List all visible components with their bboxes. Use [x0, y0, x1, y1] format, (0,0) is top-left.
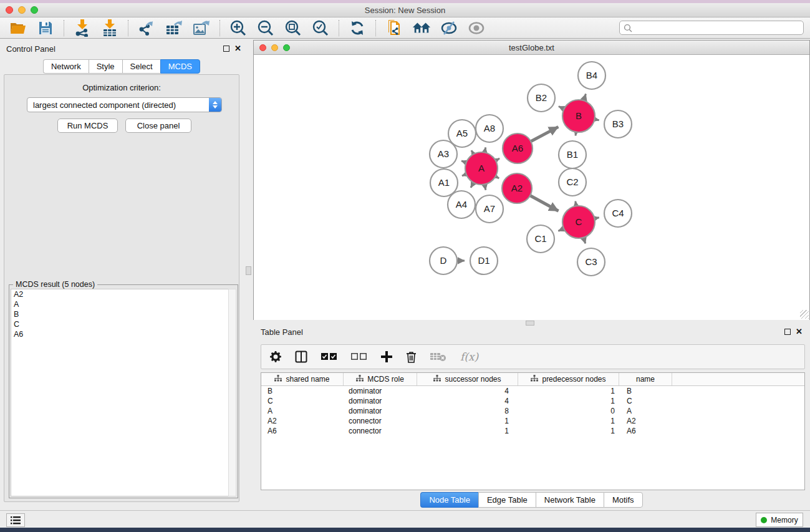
table-tab-edge-table[interactable]: Edge Table — [478, 492, 536, 508]
control-panel-close-icon[interactable]: ✕ — [234, 44, 241, 53]
table-cell[interactable]: B — [261, 387, 344, 395]
table-cell[interactable]: connector — [344, 427, 417, 435]
refresh-icon[interactable] — [348, 19, 367, 37]
delete-column-icon[interactable] — [406, 351, 417, 363]
control-tab-network[interactable]: Network — [43, 59, 89, 74]
table-cell[interactable]: 1 — [518, 417, 619, 425]
table-cell[interactable]: 4 — [417, 397, 518, 405]
table-cell[interactable]: A6 — [619, 427, 672, 435]
node-table[interactable]: shared nameMCDS rolesuccessor nodesprede… — [261, 372, 805, 490]
control-tab-mcds[interactable]: MCDS — [160, 59, 200, 74]
table-cell[interactable]: C — [619, 397, 672, 405]
network-canvas[interactable]: ABCA6A2A1A3A4A5A7A8B1B2B3B4C1C2C3C4DD1 — [254, 56, 809, 320]
node-D[interactable]: D — [430, 247, 457, 274]
export-table-icon[interactable] — [165, 19, 183, 37]
node-B4[interactable]: B4 — [578, 62, 605, 89]
run-mcds-button[interactable]: Run MCDS — [57, 118, 118, 133]
mcds-result-item[interactable]: A6 — [11, 329, 228, 339]
mcds-result-item[interactable]: B — [11, 309, 228, 319]
table-cell[interactable]: A2 — [261, 417, 344, 425]
table-cell[interactable]: dominator — [344, 407, 417, 415]
table-cell[interactable]: A2 — [619, 417, 672, 425]
table-cell[interactable]: dominator — [344, 397, 417, 405]
mcds-result-item[interactable]: C — [11, 319, 228, 329]
table-cell[interactable]: 1 — [518, 427, 619, 435]
table-cell[interactable]: 1 — [518, 397, 619, 405]
close-panel-button[interactable]: Close panel — [125, 118, 191, 133]
open-session-icon[interactable] — [9, 19, 27, 37]
column-header-MCDS-role[interactable]: MCDS role — [344, 373, 417, 385]
node-A7[interactable]: A7 — [476, 195, 503, 223]
table-cell[interactable]: dominator — [344, 387, 417, 395]
control-panel-float-icon[interactable] — [223, 46, 229, 52]
table-cell[interactable]: 4 — [417, 387, 518, 395]
mcds-result-item[interactable]: A2 — [11, 289, 228, 299]
table-cell[interactable]: 1 — [518, 387, 619, 395]
mcds-result-item[interactable]: A — [11, 299, 228, 309]
export-network-icon[interactable] — [137, 19, 156, 37]
table-settings-gear-icon[interactable] — [270, 351, 281, 362]
node-C2[interactable]: C2 — [559, 168, 586, 196]
mcds-result-scrollbar[interactable] — [228, 289, 236, 496]
table-cell[interactable]: 8 — [417, 407, 518, 415]
table-cell[interactable]: 0 — [518, 407, 619, 415]
control-tab-style[interactable]: Style — [89, 59, 122, 74]
select-all-columns-icon[interactable] — [321, 353, 337, 360]
table-cell[interactable]: B — [619, 387, 672, 395]
unselect-all-columns-icon[interactable] — [351, 353, 367, 360]
column-header-successor-nodes[interactable]: successor nodes — [417, 373, 518, 385]
node-B[interactable]: B — [562, 100, 595, 132]
table-tab-node-table[interactable]: Node Table — [420, 492, 478, 508]
show-graphics-details-icon[interactable] — [467, 19, 486, 37]
table-panel-close-icon[interactable]: ✕ — [796, 327, 803, 336]
network-resize-grip[interactable] — [800, 310, 809, 319]
node-B3[interactable]: B3 — [604, 110, 632, 138]
zoom-selected-icon[interactable] — [311, 19, 330, 37]
column-header-shared-name[interactable]: shared name — [261, 373, 344, 385]
node-C1[interactable]: C1 — [527, 225, 554, 253]
table-row[interactable]: A6connector11A6 — [261, 426, 804, 436]
table-row[interactable]: A2connector11A2 — [261, 416, 804, 426]
vertical-split-handle[interactable] — [246, 266, 251, 275]
network-window-titlebar[interactable]: testGlobe.txt — [254, 41, 809, 55]
horizontal-split-handle[interactable] — [526, 321, 534, 326]
column-header-predecessor-nodes[interactable]: predecessor nodes — [518, 373, 619, 385]
table-panel-float-icon[interactable] — [784, 329, 791, 335]
search-box[interactable] — [619, 21, 804, 35]
table-cell[interactable]: 1 — [417, 417, 518, 425]
import-network-icon[interactable] — [73, 19, 92, 37]
column-header-name[interactable]: name — [619, 373, 672, 385]
table-cell[interactable]: A — [619, 407, 672, 415]
cybrowser-home-icon[interactable] — [412, 19, 431, 37]
node-D1[interactable]: D1 — [470, 247, 498, 274]
node-B1[interactable]: B1 — [559, 141, 586, 168]
zoom-in-icon[interactable] — [229, 19, 248, 37]
network-from-selection-icon[interactable] — [385, 19, 403, 37]
mcds-result-list[interactable]: A2ABCA6 — [11, 289, 229, 496]
table-row[interactable]: Bdominator41B — [261, 386, 804, 396]
node-A2[interactable]: A2 — [502, 173, 532, 203]
node-A1[interactable]: A1 — [430, 169, 458, 196]
control-tab-select[interactable]: Select — [122, 59, 160, 74]
node-A8[interactable]: A8 — [476, 115, 503, 142]
hide-annotations-icon[interactable] — [440, 19, 458, 37]
table-cell[interactable]: A — [261, 407, 344, 415]
save-session-icon[interactable] — [36, 19, 55, 37]
memory-button[interactable]: Memory — [756, 513, 803, 527]
table-cell[interactable]: C — [261, 397, 344, 405]
zoom-fit-icon[interactable] — [284, 19, 302, 37]
table-cell[interactable]: connector — [344, 417, 417, 425]
search-input[interactable] — [635, 24, 799, 32]
zoom-out-icon[interactable] — [256, 19, 275, 37]
node-A5[interactable]: A5 — [448, 120, 476, 147]
table-tab-motifs[interactable]: Motifs — [604, 492, 643, 508]
table-cell[interactable]: 1 — [417, 427, 518, 435]
import-table-icon[interactable] — [100, 19, 119, 37]
create-column-icon[interactable] — [381, 351, 392, 362]
table-tab-network-table[interactable]: Network Table — [536, 492, 604, 508]
node-C3[interactable]: C3 — [577, 248, 605, 276]
show-panels-button[interactable] — [6, 513, 25, 527]
column-selector-icon[interactable] — [295, 351, 307, 363]
export-image-icon[interactable] — [192, 19, 211, 37]
node-A4[interactable]: A4 — [448, 191, 475, 218]
